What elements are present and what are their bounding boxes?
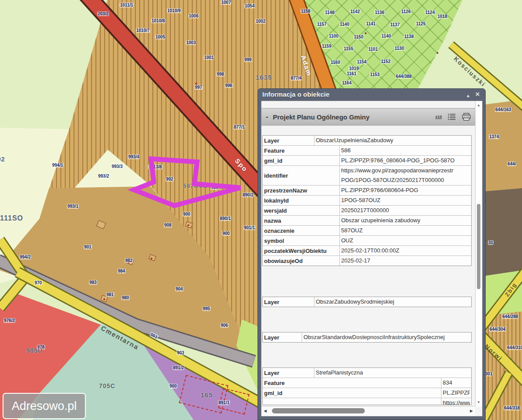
- attribute-key: identifier: [263, 166, 340, 185]
- parcel-label: 1019: [349, 66, 359, 71]
- close-icon[interactable]: ✕: [475, 91, 480, 98]
- parcel-label: 993/2: [98, 174, 109, 178]
- attribute-tables: LayerObszarUzupelnieniaZabudowyFeature58…: [261, 125, 475, 405]
- map-viewer: 1011/11010/91010/81010/71005100610031001…: [0, 0, 522, 420]
- parcel-label: 1153: [370, 72, 380, 77]
- attribute-table: LayerObszarStandardowDostepnosciInfrastr…: [262, 332, 472, 343]
- attribute-key: obowiazujeOd: [263, 256, 340, 266]
- parcel-label: 1140: [381, 34, 392, 38]
- info-dialog: Informacja o obiekcie ▲ ✕ - Projekt Plan…: [257, 88, 486, 420]
- map-dot: [103, 298, 105, 300]
- parcel-label: 1011/1: [120, 3, 134, 7]
- parcel-label: 1164: [342, 80, 352, 85]
- parcel-label: 891/2: [173, 365, 184, 370]
- parcel-label: 900: [211, 185, 219, 190]
- parcel-label: 900: [222, 231, 230, 236]
- parcel-label: 1136: [374, 10, 385, 15]
- horizontal-scrollbar[interactable]: ◀ ▶: [261, 406, 475, 416]
- parcel-label: 998: [216, 72, 225, 77]
- parcel-label: 900: [169, 384, 177, 388]
- parcel-label: 877/1: [233, 125, 245, 130]
- parcel-label: 1140: [339, 22, 350, 27]
- parcel-label: 1158: [300, 9, 311, 14]
- attribute-value: 1POG-587OUZ: [340, 196, 471, 205]
- parcel-label: 994/1: [52, 163, 63, 168]
- parcel-label: 1160: [330, 60, 341, 65]
- parcel-label: 891/1: [218, 400, 230, 405]
- collapse-toggle-icon[interactable]: -: [261, 113, 273, 121]
- parcel-label: 1124: [425, 10, 435, 15]
- scroll-down-icon[interactable]: ▼: [477, 400, 480, 404]
- parcel-label: 1126: [401, 9, 411, 14]
- watermark[interactable]: Adresowo.pl: [3, 393, 86, 419]
- attribute-key: Feature: [263, 146, 340, 155]
- attribute-value: PL.ZIPPZP.9766/080604-POG: [340, 186, 471, 195]
- scroll-right-icon[interactable]: ▶: [470, 409, 473, 413]
- watermark-label: Adresowo.pl: [12, 399, 77, 413]
- attribute-key: przestrzenNazw: [263, 186, 340, 195]
- attribute-row: LayerStrefaPlanistyczna: [263, 368, 471, 378]
- map-dot: [437, 52, 438, 54]
- attribute-key: gml_id: [263, 156, 340, 165]
- list-icon[interactable]: [448, 113, 456, 120]
- attribute-value: PL.ZIPPZP.9766_0806: [441, 388, 471, 398]
- parcel-label: 1125: [416, 21, 426, 26]
- horizontal-scroll-thumb[interactable]: [272, 408, 365, 413]
- attribute-key: gml_id: [263, 388, 441, 398]
- parcel-label: 1010/9: [167, 8, 181, 13]
- dialog-title[interactable]: Informacja o obiekcie: [262, 91, 329, 98]
- zone-label: 705C: [99, 382, 115, 389]
- parcel-label: 877/4: [290, 76, 302, 80]
- parcel-label: 1013/8: [148, 164, 162, 169]
- section-header[interactable]: - Projekt Planu Ogólnego Gminy x10: [261, 108, 475, 126]
- attribute-row: lokalnyId1POG-587OUZ: [263, 196, 471, 206]
- parcel-label: 1006: [188, 14, 199, 18]
- attribute-value: 2025-02-17T00:00:00Z: [340, 246, 471, 256]
- zone-label: 111SO: [0, 214, 23, 222]
- attribute-key: Layer: [263, 368, 314, 378]
- attribute-table: LayerStrefaPlanistycznaFeature834gml_idP…: [262, 368, 472, 405]
- parcel-label: 1001: [204, 55, 214, 60]
- parcel-label: 1010/7: [136, 28, 150, 33]
- attribute-value: ObszarZabudowySrodmiejskiej: [314, 297, 471, 307]
- scale-icon[interactable]: x10: [435, 115, 442, 119]
- parcel-label: 995: [202, 306, 211, 311]
- parcel-label: 994/2: [19, 255, 31, 259]
- parcel-label: 970: [34, 280, 42, 285]
- parcel-label: 993/4: [128, 154, 140, 159]
- parcel-label: 996: [225, 83, 233, 88]
- attribute-key: Feature: [263, 378, 441, 388]
- map-dot: [365, 32, 367, 34]
- zone-label: 165: [201, 391, 213, 399]
- parcel-label: 1002: [255, 19, 266, 24]
- parcel-label: 980: [121, 295, 130, 300]
- parcel-label: 1018: [437, 14, 448, 19]
- minimize-icon[interactable]: ▲: [466, 93, 470, 99]
- parcel-label: 1137: [390, 22, 400, 27]
- print-icon[interactable]: [462, 113, 471, 121]
- attribute-key: lokalnyId: [263, 196, 340, 205]
- section-title: Projekt Planu Ogólnego Gminy: [273, 113, 435, 121]
- attribute-value: ObszarStandardowDostepnosciInfrastruktur…: [302, 332, 471, 342]
- dialog-body: - Projekt Planu Ogólnego Gminy x10: [261, 101, 483, 416]
- attribute-row: https://www.gov.pl/zagos: [263, 398, 471, 405]
- parcel-label: 1142: [350, 9, 360, 14]
- attribute-value: 2025-02-17: [340, 256, 471, 266]
- attribute-row: LayerObszarUzupelnieniaZabudowy: [263, 136, 471, 146]
- attribute-value: https://www.gov.pl/zagos: [441, 398, 471, 405]
- parcel-label: 1150: [353, 35, 364, 39]
- scroll-left-icon[interactable]: ◀: [264, 409, 267, 413]
- attribute-row: symbolOUZ: [263, 236, 471, 246]
- parcel-label: 993/1: [67, 204, 79, 209]
- scroll-up-icon[interactable]: ▲: [477, 103, 480, 107]
- parcel-label: 644/388: [395, 74, 412, 79]
- attribute-value: 834: [441, 378, 471, 388]
- attribute-row: identifierhttps://www.gov.pl/zagospodaro…: [263, 166, 471, 186]
- parcel-label: 992: [166, 177, 174, 182]
- vertical-scrollbar[interactable]: ▲ ▼: [475, 101, 482, 406]
- parcel-label: 644/310: [507, 345, 522, 350]
- attribute-value: 20250217T000000: [340, 206, 471, 215]
- attribute-key: Layer: [263, 332, 302, 342]
- attribute-value: OUZ: [340, 236, 471, 245]
- vertical-scroll-thumb[interactable]: [477, 204, 480, 289]
